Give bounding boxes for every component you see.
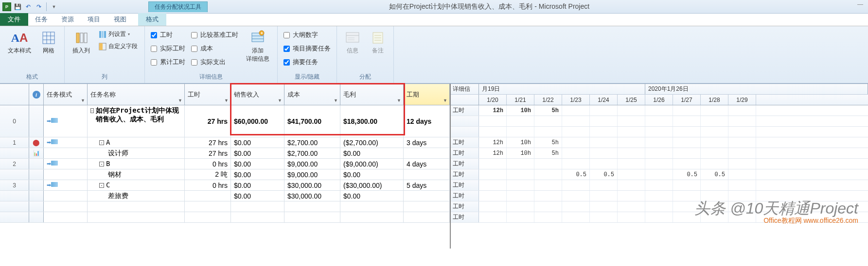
timephased-cell[interactable] xyxy=(618,201,645,212)
app-icon[interactable]: P xyxy=(2,2,12,12)
timephased-cell[interactable]: 5h xyxy=(534,148,562,158)
chk-cost[interactable]: 成本 xyxy=(190,43,239,54)
col-cost[interactable]: 成本▼ xyxy=(284,84,340,105)
sales-cell[interactable]: $0.00 xyxy=(231,159,284,169)
timephased-cell[interactable] xyxy=(590,212,618,222)
timephased-cell[interactable] xyxy=(479,127,507,137)
row-number[interactable] xyxy=(0,191,29,201)
timephased-cell[interactable] xyxy=(507,212,534,222)
cost-cell[interactable]: $30,000.00 xyxy=(284,180,340,190)
timephased-cell[interactable] xyxy=(701,159,728,169)
timephased-cell[interactable] xyxy=(590,201,618,212)
sales-cell[interactable] xyxy=(231,212,284,222)
col-margin[interactable]: 毛利▼ xyxy=(340,84,404,105)
table-row[interactable]: 0➡-如何在Project计划中体现销售收入、成本、毛利27 hrs$60,00… xyxy=(0,105,450,137)
table-row[interactable]: 差旅费$0.00$30,000.00$0.00 xyxy=(0,191,450,201)
sales-cell[interactable]: $60,000.00 xyxy=(231,105,284,137)
task-name-cell[interactable]: -A xyxy=(88,137,185,148)
timescale-day[interactable]: 1/23 xyxy=(562,95,590,105)
chk-actual-cost[interactable]: 实际支出 xyxy=(190,56,239,68)
indicator-cell[interactable] xyxy=(29,169,44,180)
timephased-row[interactable]: 工时 xyxy=(451,180,868,191)
timescale-day[interactable]: 1/29 xyxy=(728,95,756,105)
timephased-cell[interactable] xyxy=(701,116,728,126)
cost-cell[interactable] xyxy=(284,201,340,212)
timephased-cell[interactable] xyxy=(562,137,590,148)
timephased-cell[interactable] xyxy=(534,201,562,212)
cost-cell[interactable]: $41,700.00 xyxy=(284,105,340,137)
timephased-cell[interactable] xyxy=(479,201,507,212)
task-name-cell[interactable]: -如何在Project计划中体现销售收入、成本、毛利 xyxy=(88,105,185,137)
work-cell[interactable]: 2 吨 xyxy=(185,169,231,180)
tab-format[interactable]: 格式 xyxy=(138,13,166,26)
timephased-cell[interactable] xyxy=(479,212,507,222)
task-mode-cell[interactable]: ➡ xyxy=(44,159,88,169)
row-number[interactable]: 1 xyxy=(0,137,29,148)
col-task-name[interactable]: 任务名称▼ xyxy=(88,84,185,105)
col-duration[interactable]: 工期▼ xyxy=(404,84,450,105)
task-name-cell[interactable] xyxy=(88,212,185,222)
redo-icon[interactable]: ↷ xyxy=(34,2,44,12)
timephased-cell[interactable]: 10h xyxy=(507,137,534,148)
task-mode-cell[interactable] xyxy=(44,148,88,158)
indicator-cell[interactable]: ⬤ xyxy=(29,137,44,148)
timescale-day[interactable]: 1/21 xyxy=(507,95,534,105)
gridlines-button[interactable]: 网格 xyxy=(38,28,59,57)
work-cell[interactable]: 27 hrs xyxy=(185,105,231,137)
table-row[interactable]: 3➡-C0 hrs$0.00$30,000.00($30,000.00)5 da… xyxy=(0,180,450,191)
timephased-cell[interactable] xyxy=(673,137,701,148)
col-sales[interactable]: 销售收入▼ xyxy=(231,84,284,105)
chk-actual-work[interactable]: 实际工时 xyxy=(150,43,186,54)
col-indicator[interactable]: i xyxy=(29,84,44,105)
sales-cell[interactable]: $0.00 xyxy=(231,191,284,201)
chk-cumulative-work[interactable]: 累计工时 xyxy=(150,56,186,68)
indicator-cell[interactable]: 📊 xyxy=(29,148,44,158)
undo-icon[interactable]: ↶ xyxy=(23,2,33,12)
timephased-cell[interactable] xyxy=(673,116,701,126)
timephased-cell[interactable] xyxy=(507,180,534,190)
timephased-cell[interactable] xyxy=(562,212,590,222)
table-row[interactable]: 2➡-B0 hrs$0.00$9,000.00($9,000.00)4 days xyxy=(0,159,450,169)
timephased-cell[interactable]: 0.5 xyxy=(590,169,618,180)
timephased-cell[interactable]: 12h xyxy=(479,137,507,148)
col-task-mode[interactable]: 任务模式▼ xyxy=(44,84,88,105)
timephased-cell[interactable] xyxy=(479,169,507,180)
cost-cell[interactable]: $30,000.00 xyxy=(284,191,340,201)
indicator-cell[interactable] xyxy=(29,159,44,169)
outline-toggle-icon[interactable]: - xyxy=(99,162,104,166)
cost-cell[interactable] xyxy=(284,212,340,222)
cost-cell[interactable]: $2,700.00 xyxy=(284,137,340,148)
chk-project-summary[interactable]: 项目摘要任务 xyxy=(283,43,332,54)
cost-cell[interactable]: $2,700.00 xyxy=(284,148,340,158)
timephased-cell[interactable] xyxy=(479,159,507,169)
duration-cell[interactable] xyxy=(404,148,450,158)
timephased-cell[interactable] xyxy=(645,191,673,201)
task-name-cell[interactable] xyxy=(88,201,185,212)
save-icon[interactable]: 💾 xyxy=(13,2,22,12)
timescale-day[interactable]: 1/25 xyxy=(618,95,645,105)
timephased-cell[interactable] xyxy=(507,169,534,180)
insert-column-button[interactable]: 插入列 xyxy=(70,28,93,57)
timephased-cell[interactable] xyxy=(618,116,645,126)
table-row[interactable]: 钢材2 吨$0.00$9,000.00$0.00 xyxy=(0,169,450,180)
timephased-cell[interactable]: 12h xyxy=(479,148,507,158)
timephased-cell[interactable] xyxy=(507,127,534,137)
margin-cell[interactable] xyxy=(340,201,404,212)
margin-cell[interactable]: $0.00 xyxy=(340,169,404,180)
indicator-cell[interactable] xyxy=(29,191,44,201)
timephased-row[interactable]: 工时12h10h5h xyxy=(451,105,868,116)
timephased-cell[interactable] xyxy=(673,105,701,116)
timephased-cell[interactable] xyxy=(534,116,562,126)
timephased-cell[interactable]: 0.5 xyxy=(701,169,728,180)
timephased-cell[interactable] xyxy=(645,148,673,158)
duration-cell[interactable]: 4 days xyxy=(404,159,450,169)
indicator-cell[interactable] xyxy=(29,212,44,222)
margin-cell[interactable] xyxy=(340,212,404,222)
timephased-cell[interactable] xyxy=(479,116,507,126)
timephased-row[interactable]: 工时12h10h5h xyxy=(451,137,868,148)
timephased-cell[interactable]: 5h xyxy=(534,105,562,116)
timephased-cell[interactable] xyxy=(618,169,645,180)
timephased-cell[interactable] xyxy=(590,137,618,148)
timephased-cell[interactable] xyxy=(562,105,590,116)
task-mode-cell[interactable] xyxy=(44,201,88,212)
